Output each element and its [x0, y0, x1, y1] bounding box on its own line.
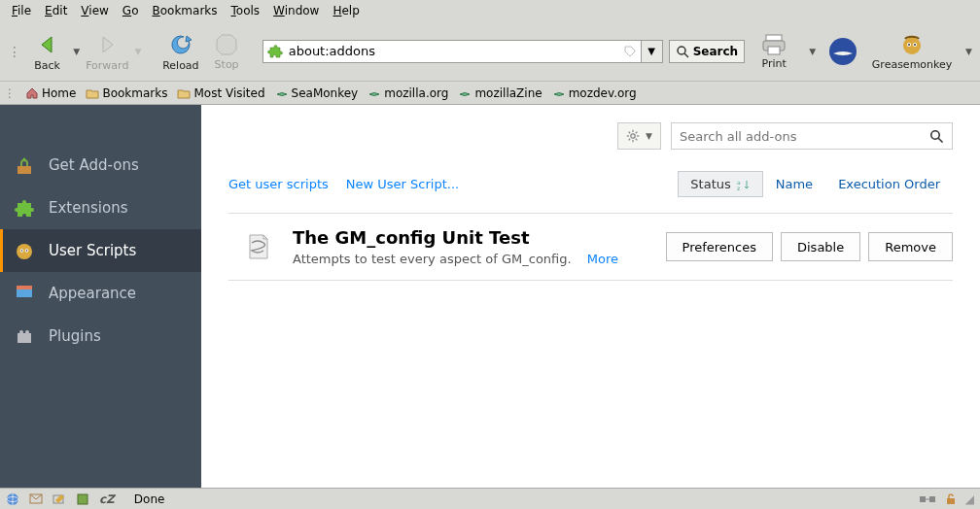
reload-icon [167, 31, 194, 58]
svg-line-28 [629, 132, 631, 134]
bm-seamonkey[interactable]: SeaMonkey [275, 86, 359, 100]
addon-body: The GM_config Unit Test Attempts to test… [293, 227, 648, 266]
preferences-button[interactable]: Preferences [666, 232, 773, 261]
menu-edit[interactable]: Edit [39, 2, 73, 19]
svg-point-13 [17, 244, 32, 259]
globe-icon[interactable] [6, 492, 19, 506]
mail-icon[interactable] [29, 493, 43, 505]
addon-description: Attempts to test every aspect of GM_conf… [293, 252, 648, 266]
remove-button[interactable]: Remove [868, 232, 953, 261]
url-bar[interactable] [262, 40, 642, 63]
forward-dropdown-icon[interactable]: ▼ [134, 47, 141, 56]
svg-rect-19 [17, 286, 32, 289]
svg-rect-41 [78, 494, 88, 504]
gm-dropdown-icon[interactable]: ▼ [965, 47, 972, 56]
menu-bookmarks[interactable]: Bookmarks [146, 2, 223, 19]
sidebar-item-appearance[interactable]: Appearance [0, 272, 201, 315]
svg-line-29 [636, 139, 638, 141]
reload-button[interactable]: Reload [160, 24, 200, 79]
back-button[interactable]: Back [27, 24, 67, 79]
sorter-status[interactable]: Status az [678, 171, 762, 197]
sidebar-item-plugins[interactable]: Plugins [0, 315, 201, 357]
arrow-right-icon [93, 31, 121, 58]
print-dropdown-icon[interactable]: ▼ [809, 47, 816, 56]
svg-point-21 [19, 330, 23, 334]
sm-icon [275, 86, 289, 100]
svg-rect-5 [768, 47, 780, 54]
addon-more-link[interactable]: More [587, 252, 618, 266]
search-icon [676, 45, 689, 58]
bm-mozilla[interactable]: mozilla.org [368, 86, 448, 100]
bm-mozillazine[interactable]: mozillaZine [458, 86, 542, 100]
chevron-down-icon: ▼ [646, 131, 652, 141]
greasemonkey-icon [899, 32, 925, 57]
forward-button: Forward [86, 24, 128, 79]
bookmarks-bar: ⋮ Home Bookmarks Most Visited SeaMonkey … [0, 82, 980, 105]
menu-file[interactable]: File [6, 2, 37, 19]
menu-help[interactable]: Help [327, 2, 365, 19]
addon-row[interactable]: The GM_config Unit Test Attempts to test… [228, 213, 953, 281]
addressbook-icon[interactable] [76, 492, 89, 506]
sm-icon [458, 86, 472, 100]
new-user-script-link[interactable]: New User Script... [346, 177, 459, 191]
addon-actions: Preferences Disable Remove [666, 232, 953, 261]
url-input[interactable] [289, 44, 617, 58]
online-icon[interactable] [919, 492, 936, 506]
sidebar-item-user-scripts[interactable]: User Scripts [0, 229, 201, 272]
svg-point-11 [914, 44, 916, 46]
sorter-execution-order[interactable]: Execution Order [825, 171, 953, 197]
search-all-addons[interactable] [671, 122, 953, 150]
menu-window[interactable]: Window [267, 2, 325, 19]
sidebar-item-get-addons[interactable]: Get Add-ons [0, 144, 201, 187]
search-button[interactable]: Search [669, 40, 745, 63]
svg-point-32 [931, 130, 939, 138]
puzzle-icon [14, 197, 35, 219]
url-dropdown[interactable]: ▼ [642, 40, 663, 63]
sort-asc-icon: az [737, 179, 751, 190]
compose-icon[interactable] [52, 492, 66, 506]
tools-gear-button[interactable]: ▼ [617, 122, 661, 150]
search-icon [929, 129, 944, 144]
status-text: Done [134, 492, 165, 506]
svg-point-1 [678, 47, 685, 54]
basket-icon [14, 154, 35, 176]
get-user-scripts-link[interactable]: Get user scripts [228, 177, 329, 191]
menu-bar: File Edit View Go Bookmarks Tools Window… [0, 0, 980, 21]
greasemonkey-button[interactable]: Greasemonkey [870, 24, 954, 79]
svg-line-30 [629, 139, 631, 141]
svg-rect-3 [766, 35, 782, 41]
resize-grip-icon[interactable]: ◢ [965, 492, 974, 506]
svg-line-2 [684, 53, 688, 57]
paint-icon [14, 283, 35, 304]
menu-view[interactable]: View [75, 2, 114, 19]
svg-rect-45 [947, 498, 955, 504]
svg-rect-20 [18, 333, 31, 343]
disable-button[interactable]: Disable [781, 232, 860, 261]
svg-rect-12 [18, 166, 31, 174]
search-all-input[interactable] [680, 129, 924, 144]
svg-text:z: z [737, 185, 740, 190]
lock-icon[interactable] [944, 492, 958, 506]
svg-marker-0 [217, 35, 236, 54]
bm-home[interactable]: Home [25, 86, 76, 100]
print-button[interactable]: Print [751, 24, 797, 79]
bm-bookmarks[interactable]: Bookmarks [86, 86, 167, 100]
bm-most-visited[interactable]: Most Visited [177, 86, 264, 100]
drag-handle-icon: ⋮ [8, 44, 21, 59]
menu-tools[interactable]: Tools [226, 2, 266, 19]
menu-go[interactable]: Go [117, 2, 145, 19]
svg-rect-43 [929, 496, 935, 502]
home-icon [25, 86, 39, 100]
svg-point-16 [21, 250, 23, 252]
back-dropdown-icon[interactable]: ▼ [73, 47, 80, 56]
sidebar-item-extensions[interactable]: Extensions [0, 187, 201, 229]
bm-mozdev[interactable]: mozdev.org [552, 86, 637, 100]
chatzilla-icon[interactable]: cZ [99, 492, 115, 506]
svg-point-10 [908, 44, 910, 46]
sorter-name[interactable]: Name [763, 171, 825, 197]
bookmark-tag-icon[interactable] [623, 45, 637, 58]
seamonkey-logo-icon[interactable] [827, 36, 858, 67]
folder-icon [86, 86, 99, 100]
addon-puzzle-icon [267, 44, 283, 59]
svg-line-33 [938, 138, 942, 142]
